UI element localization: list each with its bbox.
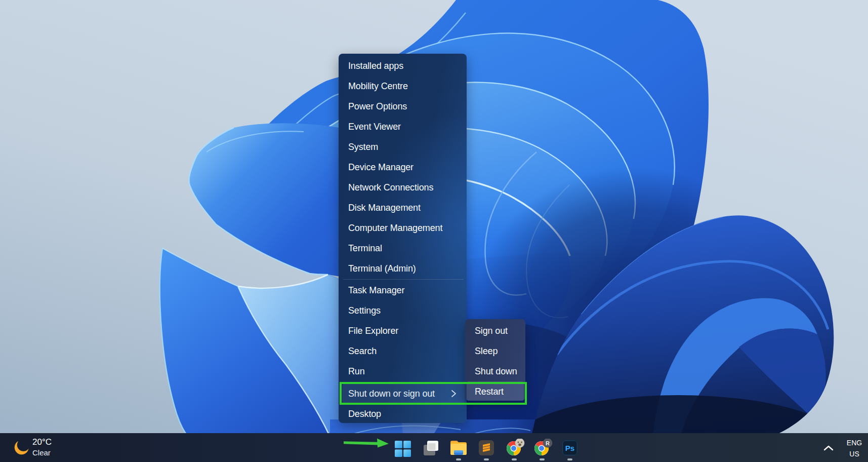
svg-text:Ps: Ps	[565, 444, 574, 452]
svg-text:R: R	[546, 440, 550, 446]
